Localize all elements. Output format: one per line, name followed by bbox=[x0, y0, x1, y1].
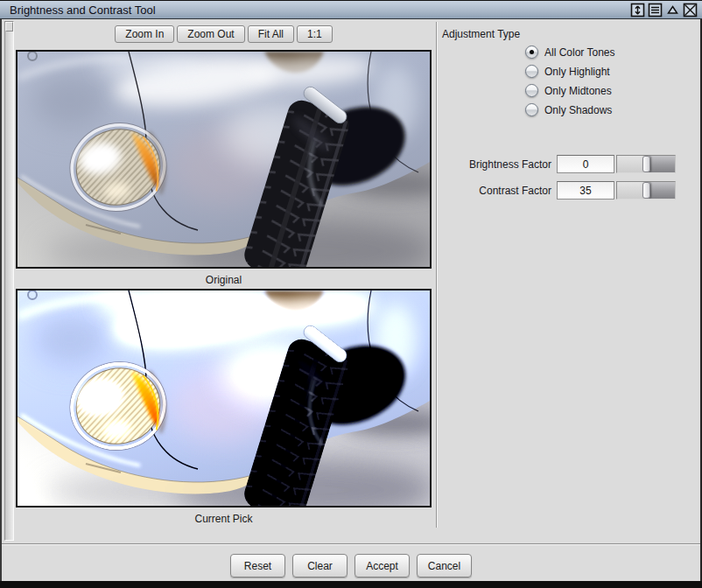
brightness-factor-slider[interactable] bbox=[616, 155, 676, 173]
titlebar: Brightness and Contrast Tool bbox=[0, 0, 702, 19]
cancel-button[interactable]: Cancel bbox=[417, 554, 472, 578]
radio-button-icon bbox=[525, 65, 538, 78]
clear-button[interactable]: Clear bbox=[292, 554, 347, 578]
footer-button-bar: Reset Clear Accept Cancel bbox=[0, 554, 702, 578]
brightness-factor-input[interactable] bbox=[557, 155, 614, 173]
radio-label: Only Midtones bbox=[544, 85, 612, 97]
brightness-contrast-dialog: Brightness and Contrast Tool Zoom In Zoo… bbox=[0, 0, 702, 588]
radio-button-icon bbox=[525, 84, 538, 97]
radio-only-highlight[interactable]: Only Highlight bbox=[525, 64, 614, 79]
original-preview-image bbox=[16, 50, 432, 269]
footer-divider bbox=[0, 543, 702, 545]
radio-label: Only Highlight bbox=[544, 66, 610, 78]
radio-button-icon bbox=[525, 46, 538, 59]
slider-track-right bbox=[647, 156, 675, 172]
adjustment-type-heading: Adjustment Type bbox=[442, 28, 520, 40]
contrast-factor-row: Contrast Factor bbox=[442, 181, 676, 200]
radio-only-shadows[interactable]: Only Shadows bbox=[525, 102, 614, 117]
resize-vertical-icon[interactable] bbox=[629, 3, 645, 18]
window-border-bottom bbox=[0, 581, 702, 588]
window-controls bbox=[629, 3, 698, 18]
current-pick-preview-image bbox=[16, 289, 432, 508]
radio-all-color-tones[interactable]: All Color Tones bbox=[525, 45, 614, 60]
contrast-slider-handle[interactable] bbox=[642, 182, 650, 199]
one-to-one-button[interactable]: 1:1 bbox=[297, 25, 333, 43]
contrast-factor-input[interactable] bbox=[557, 181, 614, 200]
left-scrollbar-thumb[interactable] bbox=[5, 22, 13, 32]
brightness-factor-label: Brightness Factor bbox=[442, 158, 551, 171]
brightness-slider-handle[interactable] bbox=[642, 156, 650, 172]
contrast-factor-label: Contrast Factor bbox=[442, 185, 551, 197]
current-pick-caption: Current Pick bbox=[16, 513, 432, 525]
adjustment-type-radio-group: All Color Tones Only Highlight Only Midt… bbox=[525, 45, 614, 122]
slider-track-right bbox=[647, 182, 675, 199]
left-scrollbar-track[interactable] bbox=[4, 21, 14, 541]
radio-only-midtones[interactable]: Only Midtones bbox=[525, 83, 614, 98]
original-caption: Original bbox=[16, 274, 432, 286]
close-icon[interactable] bbox=[682, 3, 698, 18]
zoom-out-button[interactable]: Zoom Out bbox=[177, 25, 244, 43]
shade-triangle-icon[interactable] bbox=[664, 3, 680, 18]
accept-button[interactable]: Accept bbox=[355, 554, 410, 578]
panel-divider bbox=[436, 22, 437, 528]
zoom-toolbar: Zoom In Zoom Out Fit All 1:1 bbox=[16, 25, 432, 43]
car-render-art bbox=[18, 290, 430, 506]
window-title: Brightness and Contrast Tool bbox=[10, 4, 629, 17]
reset-button[interactable]: Reset bbox=[230, 554, 285, 578]
fit-all-button[interactable]: Fit All bbox=[248, 25, 294, 43]
radio-label: Only Shadows bbox=[544, 104, 612, 116]
window-border-left bbox=[0, 0, 2, 588]
brightness-factor-row: Brightness Factor bbox=[442, 155, 676, 173]
radio-label: All Color Tones bbox=[544, 46, 614, 59]
zoom-in-button[interactable]: Zoom In bbox=[115, 25, 174, 43]
window-menu-icon[interactable] bbox=[647, 3, 663, 18]
radio-button-icon bbox=[525, 103, 538, 116]
contrast-factor-slider[interactable] bbox=[616, 181, 676, 200]
car-render-art bbox=[18, 52, 430, 267]
